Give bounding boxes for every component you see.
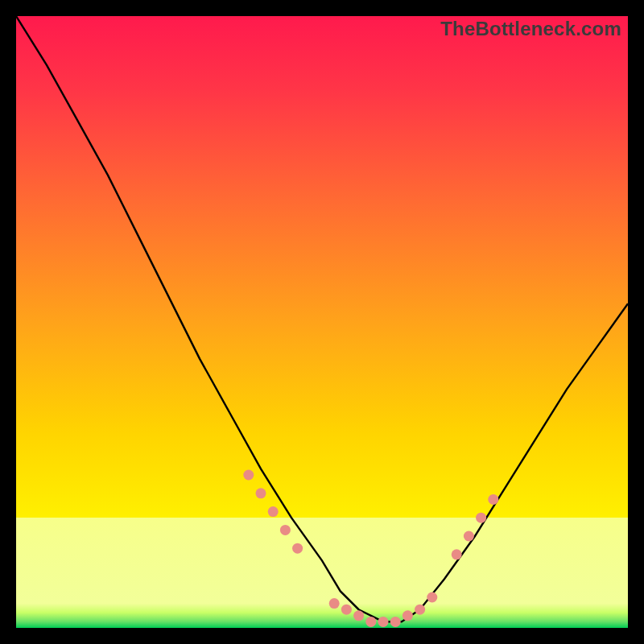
highlight-dot [341, 605, 352, 615]
watermark-text: TheBottleneck.com [440, 18, 621, 40]
highlight-dot [488, 494, 498, 505]
highlight-dot [390, 617, 401, 627]
highlight-dot [415, 605, 425, 615]
highlight-dot [402, 610, 413, 621]
highlight-dot [268, 506, 279, 517]
highlight-dot [280, 525, 291, 535]
chart-svg [16, 16, 628, 628]
highlight-dot [353, 610, 364, 621]
highlight-dot [329, 598, 340, 609]
highlight-dot [427, 592, 437, 603]
highlight-dot [464, 531, 474, 542]
highlight-dot [365, 617, 376, 627]
highlight-dot [256, 488, 266, 498]
highlight-dot [292, 543, 303, 554]
highlight-dot [243, 470, 254, 481]
gradient-background [16, 16, 628, 628]
highlight-dot [378, 617, 389, 627]
chart-frame: TheBottleneck.com [16, 16, 628, 628]
highlight-dot [476, 513, 486, 523]
highlight-dot [452, 549, 462, 559]
